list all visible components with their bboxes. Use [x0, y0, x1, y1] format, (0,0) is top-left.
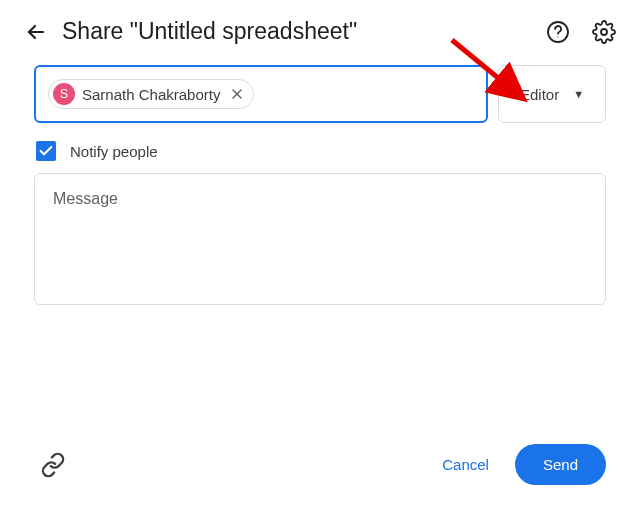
role-label: Editor	[520, 86, 559, 103]
avatar: S	[53, 83, 75, 105]
recipient-name: Sarnath Chakraborty	[82, 86, 220, 103]
help-icon[interactable]	[546, 20, 570, 44]
dialog-title: Share "Untitled spreadsheet"	[62, 18, 532, 45]
message-input[interactable]	[34, 173, 606, 305]
svg-point-2	[601, 29, 607, 35]
cancel-button[interactable]: Cancel	[424, 446, 507, 483]
back-arrow-icon[interactable]	[24, 20, 48, 44]
notify-checkbox[interactable]	[36, 141, 56, 161]
link-icon[interactable]	[34, 446, 72, 484]
recipient-chip[interactable]: S Sarnath Chakraborty	[48, 79, 254, 109]
svg-point-1	[557, 36, 558, 37]
notify-label: Notify people	[70, 143, 158, 160]
role-dropdown[interactable]: Editor ▼	[498, 65, 606, 123]
recipients-input[interactable]: S Sarnath Chakraborty	[34, 65, 488, 123]
chevron-down-icon: ▼	[573, 88, 584, 100]
gear-icon[interactable]	[592, 20, 616, 44]
send-button[interactable]: Send	[515, 444, 606, 485]
close-icon[interactable]	[229, 86, 245, 102]
